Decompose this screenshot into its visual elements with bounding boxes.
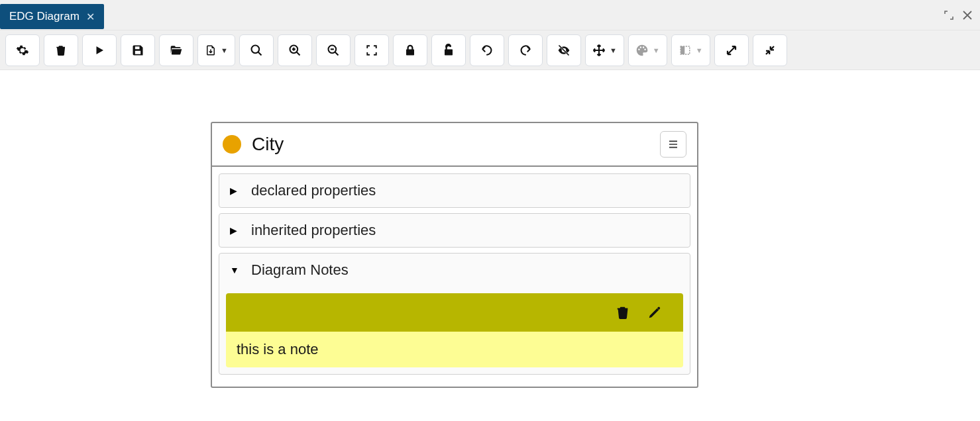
caret-down-icon: ▼: [221, 46, 228, 54]
caret-down-icon: ▼: [696, 46, 703, 54]
node-body: ▶ declared properties ▶ inherited proper…: [212, 167, 697, 387]
caret-down-icon: ▼: [653, 46, 660, 54]
caret-right-icon: ▶: [230, 185, 239, 196]
save-button[interactable]: [121, 34, 155, 66]
unlock-icon: [443, 44, 455, 57]
section-inherited-properties: ▶ inherited properties: [219, 213, 690, 248]
collapse-button[interactable]: [753, 34, 787, 66]
node-header: City: [212, 123, 697, 167]
svg-point-0: [251, 45, 259, 53]
delete-button[interactable]: [44, 34, 78, 66]
save-icon: [131, 44, 144, 57]
edit-note-button[interactable]: [647, 305, 662, 320]
open-button[interactable]: [159, 34, 193, 66]
node-title: City: [252, 134, 649, 155]
eye-slash-icon: [557, 44, 571, 57]
settings-button[interactable]: [5, 34, 40, 66]
caret-down-icon: ▼: [610, 46, 617, 54]
section-header-inherited[interactable]: ▶ inherited properties: [219, 214, 690, 247]
section-label: declared properties: [251, 182, 376, 199]
play-icon: [93, 44, 105, 57]
folder-open-icon: [169, 44, 184, 57]
zoom-in-button[interactable]: [278, 34, 312, 66]
section-diagram-notes: ▼ Diagram Notes this is a note: [219, 253, 690, 375]
run-button[interactable]: [82, 34, 117, 66]
export-button[interactable]: ▼: [197, 34, 235, 66]
node-menu-button[interactable]: [660, 131, 686, 158]
fit-button[interactable]: [354, 34, 389, 66]
expand-icon: [726, 44, 737, 56]
svg-rect-4: [681, 46, 684, 54]
diagram-canvas[interactable]: City ▶ declared properties ▶ inherited p…: [0, 70, 980, 421]
toolbar: ▼: [0, 30, 980, 70]
app-header: EDG Diagram ✕: [0, 0, 980, 30]
undo-button[interactable]: [470, 34, 504, 66]
section-label: inherited properties: [251, 222, 376, 239]
move-icon: [592, 44, 606, 57]
maximize-icon[interactable]: [943, 9, 955, 21]
close-tab-icon[interactable]: ✕: [86, 11, 95, 23]
caret-down-icon: ▼: [230, 265, 239, 275]
diagram-node-city[interactable]: City ▶ declared properties ▶ inherited p…: [211, 122, 698, 388]
search-icon: [250, 44, 263, 57]
palette-button[interactable]: ▼: [628, 34, 667, 66]
hide-button[interactable]: [547, 34, 581, 66]
layout-button[interactable]: ▼: [671, 34, 710, 66]
close-panel-icon[interactable]: [961, 9, 973, 21]
lock-icon: [404, 44, 416, 57]
gear-icon: [16, 44, 29, 57]
redo-button[interactable]: [508, 34, 543, 66]
tab-edg-diagram[interactable]: EDG Diagram ✕: [0, 4, 104, 29]
section-label: Diagram Notes: [251, 261, 349, 279]
zoom-out-button[interactable]: [316, 34, 351, 66]
file-export-icon: [205, 44, 217, 57]
redo-icon: [519, 44, 532, 57]
hamburger-icon: [667, 139, 679, 150]
collapse-icon: [764, 44, 776, 56]
tab-title: EDG Diagram: [9, 10, 80, 23]
section-header-notes[interactable]: ▼ Diagram Notes: [219, 254, 690, 287]
undo-icon: [480, 44, 494, 57]
class-color-dot: [223, 135, 241, 154]
move-button[interactable]: ▼: [585, 34, 624, 66]
search-button[interactable]: [239, 34, 274, 66]
layout-icon: [679, 44, 692, 56]
expand-button[interactable]: [714, 34, 749, 66]
tab-bar: EDG Diagram ✕: [0, 0, 104, 30]
note-card: this is a note: [226, 293, 683, 367]
fit-icon: [366, 44, 378, 56]
zoom-in-icon: [288, 44, 301, 57]
note-text: this is a note: [226, 332, 683, 367]
section-header-declared[interactable]: ▶ declared properties: [219, 174, 690, 207]
caret-right-icon: ▶: [230, 225, 239, 236]
delete-note-button[interactable]: [616, 305, 630, 320]
section-declared-properties: ▶ declared properties: [219, 173, 690, 208]
note-toolbar: [226, 293, 683, 332]
unlock-button[interactable]: [431, 34, 466, 66]
window-controls: [943, 0, 973, 30]
trash-icon: [55, 44, 67, 57]
lock-button[interactable]: [393, 34, 427, 66]
palette-icon: [635, 44, 649, 57]
zoom-out-icon: [327, 44, 340, 57]
